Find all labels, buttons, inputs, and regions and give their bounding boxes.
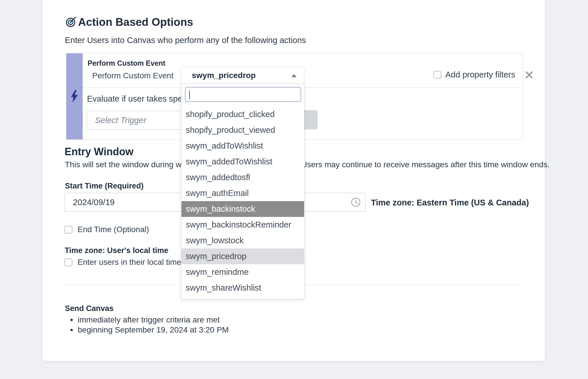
dropdown-option[interactable]: swym_shareWishlist [181,280,304,296]
dropdown-option-list: shopify_product_clicked shopify_product_… [181,106,304,296]
custom-event-select[interactable]: swym_pricedrop [181,67,304,84]
end-time-control: End Time (Optional) [65,225,149,234]
dropdown-option[interactable]: swym_addedtosfl [181,170,304,185]
local-timezone-header: Time zone: User's local time [65,246,169,255]
send-canvas-bullet-text: immediately after trigger criteria are m… [78,315,220,324]
close-icon[interactable] [525,71,533,79]
page-subtitle: Enter Users into Canvas who perform any … [65,36,306,45]
start-time-value: 2024/09/19 [73,198,115,207]
dropdown-option[interactable]: swym_addToWishlist [181,138,304,154]
dropdown-option[interactable]: shopify_product_clicked [181,106,304,122]
custom-event-label: Perform Custom Event [92,71,173,80]
dropdown-option-hovered[interactable]: swym_backinstock [181,201,304,217]
target-icon [65,15,77,28]
add-property-filters-checkbox[interactable] [434,71,441,79]
lightning-icon [70,90,79,103]
dropdown-option-selected[interactable]: swym_pricedrop [181,248,304,264]
send-canvas-bullet: immediately after trigger criteria are m… [70,315,220,325]
start-time-label: Start Time (Required) [65,182,144,191]
dropdown-search-input[interactable] [185,87,301,102]
timezone-eastern-label: Time zone: Eastern Time (US & Canada) [371,198,529,207]
add-property-filters-label: Add property filters [445,70,515,79]
custom-event-selected-value: swym_pricedrop [192,71,256,80]
end-time-checkbox[interactable] [65,226,72,234]
page-title: Action Based Options [78,16,193,28]
select-trigger-placeholder: Select Trigger [95,116,146,125]
dropdown-option[interactable]: swym_remindme [181,264,304,280]
send-canvas-title: Send Canvas [65,304,114,313]
send-canvas-bullet: beginning September 19, 2024 at 3:20 PM [70,325,229,335]
text-cursor [189,90,190,99]
dropdown-option[interactable]: swym_backinstockReminder [181,217,304,233]
add-property-filters-control: Add property filters [434,70,533,79]
custom-event-header: Perform Custom Event [88,59,165,67]
entry-window-description: This will set the window during which us… [65,160,550,169]
clock-icon[interactable] [351,197,361,207]
dropdown-option[interactable]: swym_addedToWishlist [181,154,304,170]
custom-event-dropdown: shopify_product_clicked shopify_product_… [181,84,304,299]
local-timezone-checkbox[interactable] [65,259,72,266]
dropdown-option[interactable]: swym_authEmail [181,185,304,201]
entry-window-title: Entry Window [65,146,134,158]
end-time-label: End Time (Optional) [78,225,149,234]
send-canvas-bullet-text: beginning September 19, 2024 at 3:20 PM [78,325,229,335]
dropdown-option[interactable]: shopify_product_viewed [181,122,304,138]
caret-up-icon [291,74,297,77]
dropdown-option[interactable]: swym_lowstock [181,233,304,248]
accent-strip [66,53,83,139]
